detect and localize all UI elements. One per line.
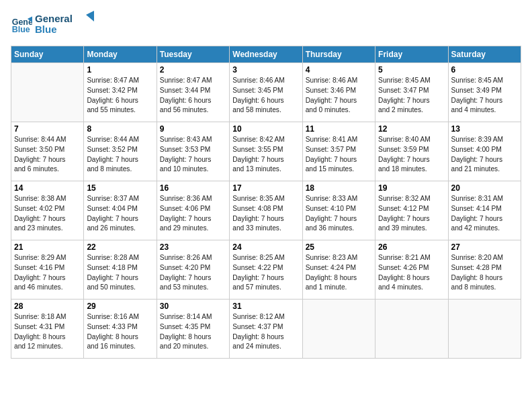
- day-number: 8: [87, 124, 153, 134]
- calendar-cell: 12Sunrise: 8:40 AMSunset: 3:59 PMDayligh…: [375, 122, 448, 181]
- calendar-cell: [448, 300, 521, 359]
- page: General Blue General Blue SundayMondayTu…: [0, 0, 532, 411]
- day-number: 18: [306, 183, 372, 193]
- day-number: 27: [451, 242, 518, 252]
- day-number: 24: [232, 242, 299, 252]
- calendar-cell: 10Sunrise: 8:42 AMSunset: 3:55 PMDayligh…: [230, 122, 302, 181]
- calendar-cell: [375, 300, 448, 359]
- day-number: 20: [451, 183, 518, 193]
- calendar-cell: 22Sunrise: 8:28 AMSunset: 4:18 PMDayligh…: [84, 240, 157, 300]
- cell-daylight-info: Sunrise: 8:38 AMSunset: 4:02 PMDaylight:…: [14, 194, 81, 234]
- cell-daylight-info: Sunrise: 8:14 AMSunset: 4:35 PMDaylight:…: [160, 312, 226, 352]
- day-number: 2: [160, 65, 226, 75]
- cell-daylight-info: Sunrise: 8:12 AMSunset: 4:37 PMDaylight:…: [232, 312, 299, 352]
- weekday-header-sunday: Sunday: [11, 46, 84, 63]
- cell-daylight-info: Sunrise: 8:43 AMSunset: 3:53 PMDaylight:…: [160, 135, 226, 175]
- day-number: 4: [306, 65, 372, 75]
- calendar-cell: 29Sunrise: 8:16 AMSunset: 4:33 PMDayligh…: [84, 300, 157, 359]
- day-number: 10: [232, 124, 299, 134]
- day-number: 7: [14, 124, 81, 134]
- day-number: 25: [306, 242, 372, 252]
- calendar-cell: [11, 63, 84, 122]
- weekday-header-wednesday: Wednesday: [230, 46, 302, 63]
- svg-text:General: General: [35, 13, 73, 24]
- calendar-cell: 20Sunrise: 8:31 AMSunset: 4:14 PMDayligh…: [448, 181, 521, 240]
- calendar-cell: 14Sunrise: 8:38 AMSunset: 4:02 PMDayligh…: [11, 181, 84, 240]
- weekday-header-row: SundayMondayTuesdayWednesdayThursdayFrid…: [11, 46, 521, 63]
- calendar-cell: 26Sunrise: 8:21 AMSunset: 4:26 PMDayligh…: [375, 240, 448, 300]
- calendar-row-3: 21Sunrise: 8:29 AMSunset: 4:16 PMDayligh…: [11, 240, 521, 300]
- cell-daylight-info: Sunrise: 8:26 AMSunset: 4:20 PMDaylight:…: [160, 253, 226, 293]
- day-number: 28: [14, 302, 81, 311]
- calendar-cell: 9Sunrise: 8:43 AMSunset: 3:53 PMDaylight…: [157, 122, 229, 181]
- svg-text:Blue: Blue: [35, 24, 57, 35]
- cell-daylight-info: Sunrise: 8:29 AMSunset: 4:16 PMDaylight:…: [14, 253, 81, 293]
- day-number: 5: [378, 65, 445, 75]
- cell-daylight-info: Sunrise: 8:23 AMSunset: 4:24 PMDaylight:…: [306, 253, 372, 293]
- day-number: 12: [378, 124, 445, 134]
- calendar-cell: 3Sunrise: 8:46 AMSunset: 3:45 PMDaylight…: [230, 63, 302, 122]
- calendar-cell: 7Sunrise: 8:44 AMSunset: 3:50 PMDaylight…: [11, 122, 84, 181]
- cell-daylight-info: Sunrise: 8:39 AMSunset: 4:00 PMDaylight:…: [451, 135, 518, 175]
- cell-daylight-info: Sunrise: 8:37 AMSunset: 4:04 PMDaylight:…: [87, 194, 153, 234]
- logo-icon: General Blue: [11, 14, 32, 36]
- calendar-cell: 6Sunrise: 8:45 AMSunset: 3:49 PMDaylight…: [448, 63, 521, 122]
- weekday-header-friday: Friday: [375, 46, 448, 63]
- calendar-row-0: 1Sunrise: 8:47 AMSunset: 3:42 PMDaylight…: [11, 63, 521, 122]
- cell-daylight-info: Sunrise: 8:40 AMSunset: 3:59 PMDaylight:…: [378, 135, 445, 175]
- calendar-cell: [302, 300, 375, 359]
- svg-text:Blue: Blue: [12, 25, 30, 34]
- cell-daylight-info: Sunrise: 8:25 AMSunset: 4:22 PMDaylight:…: [232, 253, 299, 293]
- calendar-cell: 28Sunrise: 8:18 AMSunset: 4:31 PMDayligh…: [11, 300, 84, 359]
- day-number: 3: [232, 65, 299, 75]
- calendar-cell: 13Sunrise: 8:39 AMSunset: 4:00 PMDayligh…: [448, 122, 521, 181]
- day-number: 30: [160, 302, 226, 311]
- calendar-cell: 30Sunrise: 8:14 AMSunset: 4:35 PMDayligh…: [157, 300, 229, 359]
- calendar-cell: 23Sunrise: 8:26 AMSunset: 4:20 PMDayligh…: [157, 240, 229, 300]
- weekday-header-monday: Monday: [84, 46, 157, 63]
- calendar-cell: 17Sunrise: 8:35 AMSunset: 4:08 PMDayligh…: [230, 181, 302, 240]
- day-number: 16: [160, 183, 226, 193]
- cell-daylight-info: Sunrise: 8:41 AMSunset: 3:57 PMDaylight:…: [306, 135, 372, 175]
- day-number: 26: [378, 242, 445, 252]
- cell-daylight-info: Sunrise: 8:16 AMSunset: 4:33 PMDaylight:…: [87, 312, 153, 352]
- cell-daylight-info: Sunrise: 8:42 AMSunset: 3:55 PMDaylight:…: [232, 135, 299, 175]
- day-number: 21: [14, 242, 81, 252]
- day-number: 17: [232, 183, 299, 193]
- day-number: 31: [232, 302, 299, 311]
- day-number: 19: [378, 183, 445, 193]
- day-number: 14: [14, 183, 81, 193]
- weekday-header-tuesday: Tuesday: [157, 46, 229, 63]
- calendar-cell: 2Sunrise: 8:47 AMSunset: 3:44 PMDaylight…: [157, 63, 229, 122]
- cell-daylight-info: Sunrise: 8:32 AMSunset: 4:12 PMDaylight:…: [378, 194, 445, 234]
- cell-daylight-info: Sunrise: 8:46 AMSunset: 3:46 PMDaylight:…: [306, 76, 372, 116]
- day-number: 22: [87, 242, 153, 252]
- cell-daylight-info: Sunrise: 8:47 AMSunset: 3:44 PMDaylight:…: [160, 76, 226, 116]
- calendar-cell: 4Sunrise: 8:46 AMSunset: 3:46 PMDaylight…: [302, 63, 375, 122]
- day-number: 29: [87, 302, 153, 311]
- cell-daylight-info: Sunrise: 8:35 AMSunset: 4:08 PMDaylight:…: [232, 194, 299, 234]
- calendar-row-4: 28Sunrise: 8:18 AMSunset: 4:31 PMDayligh…: [11, 300, 521, 359]
- day-number: 9: [160, 124, 226, 134]
- cell-daylight-info: Sunrise: 8:18 AMSunset: 4:31 PMDaylight:…: [14, 312, 81, 352]
- calendar-cell: 5Sunrise: 8:45 AMSunset: 3:47 PMDaylight…: [375, 63, 448, 122]
- cell-daylight-info: Sunrise: 8:44 AMSunset: 3:50 PMDaylight:…: [14, 135, 81, 175]
- calendar-cell: 27Sunrise: 8:20 AMSunset: 4:28 PMDayligh…: [448, 240, 521, 300]
- day-number: 11: [306, 124, 372, 134]
- svg-marker-5: [86, 11, 94, 21]
- calendar-cell: 11Sunrise: 8:41 AMSunset: 3:57 PMDayligh…: [302, 122, 375, 181]
- day-number: 1: [87, 65, 153, 75]
- calendar-cell: 24Sunrise: 8:25 AMSunset: 4:22 PMDayligh…: [230, 240, 302, 300]
- cell-daylight-info: Sunrise: 8:46 AMSunset: 3:45 PMDaylight:…: [232, 76, 299, 116]
- calendar-cell: 19Sunrise: 8:32 AMSunset: 4:12 PMDayligh…: [375, 181, 448, 240]
- calendar-cell: 1Sunrise: 8:47 AMSunset: 3:42 PMDaylight…: [84, 63, 157, 122]
- cell-daylight-info: Sunrise: 8:20 AMSunset: 4:28 PMDaylight:…: [451, 253, 518, 293]
- day-number: 15: [87, 183, 153, 193]
- calendar-cell: 31Sunrise: 8:12 AMSunset: 4:37 PMDayligh…: [230, 300, 302, 359]
- calendar-cell: 21Sunrise: 8:29 AMSunset: 4:16 PMDayligh…: [11, 240, 84, 300]
- calendar: SundayMondayTuesdayWednesdayThursdayFrid…: [11, 46, 521, 359]
- weekday-header-thursday: Thursday: [302, 46, 375, 63]
- header: General Blue General Blue: [11, 11, 521, 39]
- cell-daylight-info: Sunrise: 8:33 AMSunset: 4:10 PMDaylight:…: [306, 194, 372, 234]
- cell-daylight-info: Sunrise: 8:47 AMSunset: 3:42 PMDaylight:…: [87, 76, 153, 116]
